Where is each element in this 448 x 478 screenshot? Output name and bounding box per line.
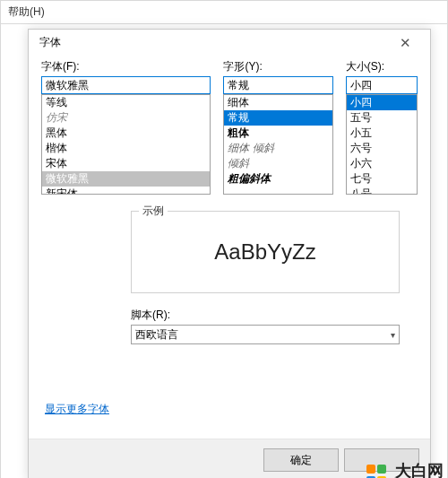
watermark-logo-icon (366, 465, 388, 478)
menu-help[interactable]: 帮助(H) (8, 5, 45, 18)
size-input[interactable] (346, 76, 418, 94)
more-fonts-link[interactable]: 显示更多字体 (45, 403, 109, 415)
sample-legend: 示例 (139, 204, 168, 219)
list-item[interactable]: 宋体 (42, 156, 210, 171)
font-listbox[interactable]: 等线仿宋黑体楷体宋体微软雅黑新宋体 (41, 94, 211, 195)
style-column: 字形(Y): 细体常规粗体细体 倾斜倾斜粗偏斜体 (223, 59, 332, 195)
watermark-brand: 大白网 (395, 463, 444, 478)
list-item[interactable]: 微软雅黑 (42, 171, 210, 187)
list-item[interactable]: 楷体 (42, 141, 210, 156)
script-select[interactable]: 西欧语言 ▾ (131, 325, 400, 344)
style-listbox[interactable]: 细体常规粗体细体 倾斜倾斜粗偏斜体 (223, 94, 332, 195)
list-item[interactable]: 新宋体 (42, 187, 210, 195)
more-fonts-row: 显示更多字体 (41, 389, 418, 430)
ok-button[interactable]: 确定 (263, 448, 339, 472)
sample-text: AaBbYyZz (214, 239, 315, 265)
watermark: 大白网 big100.cn (366, 463, 444, 478)
style-input[interactable] (223, 76, 332, 94)
list-item[interactable]: 小四 (347, 95, 417, 110)
size-listbox[interactable]: 小四五号小五六号小六七号八号 (346, 94, 418, 195)
app-background: 字体 ✕ 字体(F): 等线仿宋黑体楷体宋体微软雅黑新宋体 字形(Y): 细体常… (0, 23, 448, 478)
list-item[interactable]: 八号 (347, 187, 417, 195)
font-column: 字体(F): 等线仿宋黑体楷体宋体微软雅黑新宋体 (41, 59, 211, 195)
list-item[interactable]: 粗偏斜体 (224, 171, 332, 187)
list-item[interactable]: 仿宋 (42, 110, 210, 126)
sample-group: 示例 AaBbYyZz (131, 211, 400, 293)
list-item[interactable]: 小五 (347, 126, 417, 141)
list-item[interactable]: 五号 (347, 110, 417, 126)
list-item[interactable]: 粗体 (224, 126, 332, 141)
size-label: 大小(S): (346, 59, 418, 74)
list-item[interactable]: 七号 (347, 171, 417, 187)
list-item[interactable]: 小六 (347, 156, 417, 171)
dialog-content: 字体(F): 等线仿宋黑体楷体宋体微软雅黑新宋体 字形(Y): 细体常规粗体细体… (29, 56, 430, 439)
font-input[interactable] (41, 76, 211, 94)
list-item[interactable]: 细体 (224, 95, 332, 110)
script-value: 西欧语言 (135, 327, 178, 343)
dialog-title: 字体 (39, 35, 61, 50)
font-dialog: 字体 ✕ 字体(F): 等线仿宋黑体楷体宋体微软雅黑新宋体 字形(Y): 细体常… (28, 29, 431, 478)
list-item[interactable]: 六号 (347, 141, 417, 156)
font-label: 字体(F): (41, 59, 211, 74)
close-icon[interactable]: ✕ (387, 36, 423, 49)
size-column: 大小(S): 小四五号小五六号小六七号八号 (346, 59, 418, 195)
script-label: 脚本(R): (131, 308, 400, 323)
chevron-down-icon: ▾ (391, 330, 395, 340)
list-item[interactable]: 等线 (42, 95, 210, 110)
list-item[interactable]: 倾斜 (224, 156, 332, 171)
menu-bar: 帮助(H) (0, 0, 448, 23)
list-item[interactable]: 细体 倾斜 (224, 141, 332, 156)
script-row: 脚本(R): 西欧语言 ▾ (131, 308, 400, 344)
list-item[interactable]: 黑体 (42, 126, 210, 141)
list-item[interactable]: 常规 (224, 110, 332, 126)
style-label: 字形(Y): (223, 59, 332, 74)
dialog-titlebar: 字体 ✕ (29, 30, 430, 56)
